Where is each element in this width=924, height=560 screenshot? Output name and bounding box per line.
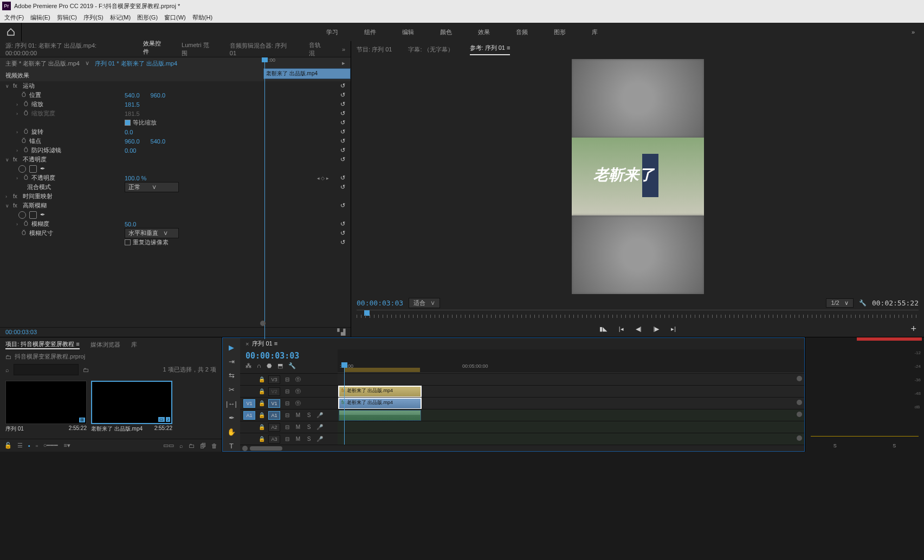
clip-a1[interactable] (339, 410, 421, 421)
trash-icon[interactable]: 🗑 (211, 442, 217, 449)
bin-nav-icon[interactable]: 🗀 (83, 367, 89, 373)
program-ruler[interactable] (357, 310, 919, 321)
go-to-in-icon[interactable]: |◂ (619, 325, 624, 333)
zoom-slider[interactable]: ○━━━ (43, 442, 59, 449)
lock-icon[interactable]: 🔒 (259, 436, 265, 442)
ws-color[interactable]: 颜色 (438, 28, 454, 36)
mask-rect-icon[interactable] (29, 211, 37, 219)
sequence-clip-link[interactable]: 序列 01 * 老靳来了 出品版.mp4 (95, 60, 177, 68)
ws-libraries[interactable]: 库 (590, 28, 600, 36)
tab-audio-track[interactable]: 音轨混 (309, 41, 326, 57)
tab-media-browser[interactable]: 媒体浏览器 (91, 341, 120, 349)
scale-value[interactable]: 181.5 (125, 101, 140, 108)
fit-select[interactable]: 适合 ∨ (409, 298, 440, 308)
menu-sequence[interactable]: 序列(S) (83, 14, 104, 22)
ws-audio[interactable]: 音频 (514, 28, 530, 36)
track-a1[interactable] (338, 409, 804, 421)
solo-left[interactable]: S (833, 443, 837, 448)
track-v3[interactable] (338, 373, 804, 385)
play-icon[interactable]: |▶ (654, 325, 660, 333)
anchor-x[interactable]: 960.0 (125, 138, 140, 145)
slip-tool-icon[interactable]: |↔| (226, 399, 237, 409)
reset-icon[interactable]: ↺ (340, 220, 345, 227)
ws-learn[interactable]: 学习 (324, 28, 340, 36)
lock-icon[interactable]: 🔒 (259, 412, 265, 418)
clip-indicator[interactable] (857, 337, 922, 341)
go-to-out-icon[interactable]: ▸| (671, 325, 676, 333)
razor-tool-icon[interactable]: ✂ (226, 385, 237, 394)
track-header-a1[interactable]: A1🔒A1⊟MS🎤 (240, 409, 338, 421)
tab-audio-mixer[interactable]: 音频剪辑混合器: 序列 01 (230, 42, 294, 56)
stopwatch-icon[interactable]: Ŏ (24, 129, 28, 135)
effect-opacity[interactable]: 不透明度 (23, 155, 47, 164)
solo-right[interactable]: S (893, 443, 896, 448)
voiceover-icon[interactable]: 🎤 (316, 424, 324, 430)
link-icon[interactable]: ∩ (257, 362, 261, 373)
menu-clip[interactable]: 剪辑(C) (57, 14, 77, 22)
stopwatch-icon[interactable]: Ŏ (22, 92, 26, 98)
ws-graphics[interactable]: 图形 (552, 28, 568, 36)
menu-marker[interactable]: 标记(M) (110, 14, 131, 22)
voiceover-icon[interactable]: 🎤 (316, 412, 324, 418)
position-y[interactable]: 960.0 (151, 92, 166, 99)
stopwatch-icon[interactable]: Ŏ (24, 101, 28, 107)
zoom-handle[interactable] (260, 321, 266, 326)
mask-pen-icon[interactable]: ✒ (40, 165, 48, 173)
panel-options-icon[interactable]: ▝ ▟ (335, 329, 345, 336)
keyframe-nav[interactable]: ◂ ◇ ▸ (317, 175, 329, 181)
mask-ellipse-icon[interactable] (18, 211, 26, 219)
anchor-y[interactable]: 540.0 (151, 138, 166, 145)
lock-icon[interactable]: 🔒 (259, 400, 265, 406)
reset-icon[interactable]: ↺ (340, 128, 345, 135)
mask-rect-icon[interactable] (29, 165, 37, 173)
menu-window[interactable]: 窗口(W) (164, 14, 186, 22)
add-button-icon[interactable]: + (910, 323, 916, 335)
ripple-tool-icon[interactable]: ⇆ (226, 370, 237, 380)
lock-icon[interactable]: 🔒 (259, 376, 265, 382)
timeline-playhead[interactable] (344, 362, 345, 445)
menu-file[interactable]: 文件(F) (4, 14, 24, 22)
ws-assembly[interactable]: 组件 (362, 28, 378, 36)
list-view-icon[interactable]: ☰ (17, 442, 23, 449)
project-item-clip[interactable]: ▭♪ 老靳来了 出品版.mp42:55:22 (91, 381, 172, 435)
track-select-tool-icon[interactable]: ⇥ (226, 356, 237, 366)
effect-gaussian-blur[interactable]: 高斯模糊 (23, 201, 47, 210)
track-header-a3[interactable]: 🔒A3⊟MS🎤 (240, 433, 338, 445)
effect-timecode[interactable]: 00:00:03:03 (5, 329, 37, 336)
reset-icon[interactable]: ↺ (340, 184, 345, 191)
voiceover-icon[interactable]: 🎤 (316, 436, 324, 442)
flicker-value[interactable]: 0.00 (125, 147, 136, 154)
sequence-tab[interactable]: 序列 01 ≡ (252, 340, 277, 348)
blur-dim-select[interactable]: 水平和垂直 ∨ (125, 228, 179, 238)
timeline-ruler[interactable]: :00:00 00:05:00:00 (338, 362, 804, 373)
reset-icon[interactable]: ↺ (340, 110, 345, 117)
effect-mini-clip[interactable]: 老靳来了 出品版.mp4 (263, 68, 351, 79)
opacity-value[interactable]: 100.0 % (125, 175, 146, 181)
tab-project[interactable]: 项目: 抖音横屏变竖屏教程 ≡ (5, 340, 80, 349)
settings-icon[interactable]: 🔧 (859, 299, 867, 307)
blend-mode-select[interactable]: 正常 ∨ (125, 182, 179, 192)
program-timecode[interactable]: 00:00:03:03 (357, 299, 403, 307)
workspace-overflow[interactable]: » (902, 29, 924, 35)
tab-reference[interactable]: 参考: 序列 01 ≡ (470, 44, 511, 55)
wrench-icon[interactable]: 🔧 (288, 362, 296, 373)
stopwatch-icon[interactable]: Ŏ (22, 230, 26, 236)
settings-icon[interactable]: ⬒ (277, 362, 283, 373)
hand-tool-icon[interactable]: ✋ (226, 427, 237, 437)
pen-tool-icon[interactable]: ✒ (226, 413, 237, 423)
stopwatch-icon[interactable]: Ŏ (24, 221, 28, 227)
tab-libraries[interactable]: 库 (131, 341, 137, 349)
snap-icon[interactable]: ⁂ (245, 362, 251, 373)
add-marker-icon[interactable]: ▮◣ (599, 325, 607, 333)
home-button[interactable] (0, 23, 22, 41)
timeline-timecode[interactable]: 00:00:03:03 (245, 351, 299, 361)
reset-icon[interactable]: ↺ (340, 156, 345, 163)
zoom-select[interactable]: 1/2 ∨ (826, 298, 853, 308)
reset-motion-icon[interactable]: ↺ (340, 82, 345, 89)
src-patch-v1[interactable]: V1 (243, 399, 255, 408)
stopwatch-icon[interactable]: Ŏ (22, 138, 26, 144)
position-x[interactable]: 540.0 (125, 92, 140, 99)
ws-editing[interactable]: 编辑 (400, 28, 416, 36)
stopwatch-icon[interactable]: Ŏ (24, 147, 28, 153)
track-header-v1[interactable]: V1🔒V1⊟ⓞ (240, 397, 338, 409)
